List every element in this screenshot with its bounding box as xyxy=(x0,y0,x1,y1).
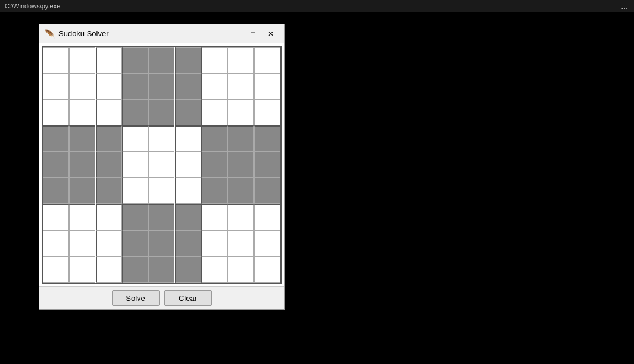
app-icon: 🪶 xyxy=(44,29,55,39)
cell-3-3[interactable] xyxy=(122,125,148,152)
cell-6-5[interactable] xyxy=(175,204,201,230)
cell-5-3[interactable] xyxy=(122,178,148,204)
cell-7-3[interactable] xyxy=(122,230,148,256)
cell-1-0[interactable] xyxy=(43,73,69,99)
taskbar: C:\Windows\py.exe ... xyxy=(0,0,634,12)
taskbar-text: C:\Windows\py.exe xyxy=(5,2,60,10)
cell-7-4[interactable] xyxy=(148,230,174,256)
cell-8-3[interactable] xyxy=(122,256,148,283)
cell-4-6[interactable] xyxy=(201,152,227,178)
cell-0-1[interactable] xyxy=(69,47,95,73)
cell-4-2[interactable] xyxy=(96,152,122,178)
cell-6-1[interactable] xyxy=(69,204,95,230)
cell-0-5[interactable] xyxy=(175,47,201,73)
cell-2-6[interactable] xyxy=(201,99,227,125)
cell-6-6[interactable] xyxy=(201,204,227,230)
cell-3-1[interactable] xyxy=(69,125,95,152)
cell-0-8[interactable] xyxy=(254,47,280,73)
cell-7-6[interactable] xyxy=(201,230,227,256)
cell-2-4[interactable] xyxy=(148,99,174,125)
cell-8-8[interactable] xyxy=(254,256,280,283)
cell-1-2[interactable] xyxy=(96,73,122,99)
button-bar: Solve Clear xyxy=(39,286,284,309)
cell-2-3[interactable] xyxy=(122,99,148,125)
clear-button[interactable]: Clear xyxy=(164,290,212,306)
cell-0-7[interactable] xyxy=(227,47,254,73)
cell-8-7[interactable] xyxy=(227,256,254,283)
cell-4-7[interactable] xyxy=(227,152,254,178)
cell-1-5[interactable] xyxy=(175,73,201,99)
cell-1-7[interactable] xyxy=(227,73,254,99)
cell-5-8[interactable] xyxy=(254,178,280,204)
sudoku-grid xyxy=(42,46,282,284)
cell-7-5[interactable] xyxy=(175,230,201,256)
cell-8-5[interactable] xyxy=(175,256,201,283)
cell-3-4[interactable] xyxy=(148,125,174,152)
cell-0-4[interactable] xyxy=(148,47,174,73)
cell-3-2[interactable] xyxy=(96,125,122,152)
cell-4-3[interactable] xyxy=(122,152,148,178)
cell-7-7[interactable] xyxy=(227,230,254,256)
cell-5-5[interactable] xyxy=(175,178,201,204)
cell-7-1[interactable] xyxy=(69,230,95,256)
cell-0-2[interactable] xyxy=(96,47,122,73)
cell-8-4[interactable] xyxy=(148,256,174,283)
cell-1-4[interactable] xyxy=(148,73,174,99)
cell-2-5[interactable] xyxy=(175,99,201,125)
taskbar-menu-icon[interactable]: ... xyxy=(621,1,628,11)
cell-7-8[interactable] xyxy=(254,230,280,256)
cell-4-4[interactable] xyxy=(148,152,174,178)
cell-2-1[interactable] xyxy=(69,99,95,125)
cell-7-0[interactable] xyxy=(43,230,69,256)
minimize-button[interactable]: – xyxy=(227,27,243,40)
cell-3-0[interactable] xyxy=(43,125,69,152)
cell-0-0[interactable] xyxy=(43,47,69,73)
cell-1-3[interactable] xyxy=(122,73,148,99)
cell-2-0[interactable] xyxy=(43,99,69,125)
solve-button[interactable]: Solve xyxy=(112,290,160,306)
maximize-button[interactable]: □ xyxy=(245,27,261,40)
cell-4-0[interactable] xyxy=(43,152,69,178)
cell-6-8[interactable] xyxy=(254,204,280,230)
cell-5-2[interactable] xyxy=(96,178,122,204)
cell-4-5[interactable] xyxy=(175,152,201,178)
cell-2-2[interactable] xyxy=(96,99,122,125)
window-controls: – □ ✕ xyxy=(227,27,279,40)
cell-3-7[interactable] xyxy=(227,125,254,152)
cell-5-1[interactable] xyxy=(69,178,95,204)
cell-8-0[interactable] xyxy=(43,256,69,283)
window-title: Sudoku Solver xyxy=(58,29,227,38)
close-button[interactable]: ✕ xyxy=(263,27,279,40)
grid-container xyxy=(39,43,284,286)
cell-1-1[interactable] xyxy=(69,73,95,99)
cell-0-3[interactable] xyxy=(122,47,148,73)
cell-5-4[interactable] xyxy=(148,178,174,204)
cell-6-7[interactable] xyxy=(227,204,254,230)
cell-8-2[interactable] xyxy=(96,256,122,283)
cell-0-6[interactable] xyxy=(201,47,227,73)
cell-6-4[interactable] xyxy=(148,204,174,230)
cell-4-8[interactable] xyxy=(254,152,280,178)
cell-5-7[interactable] xyxy=(227,178,254,204)
title-bar: 🪶 Sudoku Solver – □ ✕ xyxy=(39,24,284,43)
cell-3-8[interactable] xyxy=(254,125,280,152)
cell-3-5[interactable] xyxy=(175,125,201,152)
cell-6-2[interactable] xyxy=(96,204,122,230)
cell-8-6[interactable] xyxy=(201,256,227,283)
cell-2-8[interactable] xyxy=(254,99,280,125)
cell-1-8[interactable] xyxy=(254,73,280,99)
cell-2-7[interactable] xyxy=(227,99,254,125)
cell-5-6[interactable] xyxy=(201,178,227,204)
cell-6-3[interactable] xyxy=(122,204,148,230)
sudoku-solver-window: 🪶 Sudoku Solver – □ ✕ Solve Clear xyxy=(39,24,285,310)
cell-4-1[interactable] xyxy=(69,152,95,178)
cell-5-0[interactable] xyxy=(43,178,69,204)
cell-8-1[interactable] xyxy=(69,256,95,283)
cell-6-0[interactable] xyxy=(43,204,69,230)
cell-3-6[interactable] xyxy=(201,125,227,152)
cell-7-2[interactable] xyxy=(96,230,122,256)
cell-1-6[interactable] xyxy=(201,73,227,99)
